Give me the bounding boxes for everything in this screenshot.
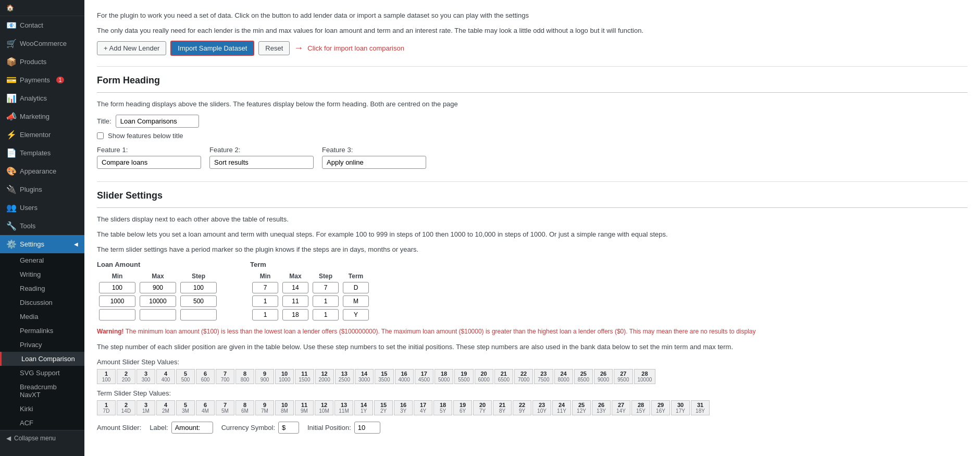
sidebar-item-plugins[interactable]: 🔌 Plugins: [0, 180, 84, 199]
slider-grid-container: Loan Amount Min Max Step: [97, 261, 967, 322]
sidebar-item-templates[interactable]: 📄 Templates: [0, 144, 84, 162]
term-steps-label: Term Slider Step Values:: [97, 389, 967, 397]
la-min-1[interactable]: [99, 282, 135, 293]
feature2-input[interactable]: [209, 156, 314, 169]
term-step-cell: 119M: [295, 400, 314, 415]
la-step-3[interactable]: [180, 309, 217, 321]
reset-button[interactable]: Reset: [258, 41, 290, 55]
sidebar-label-users: Users: [20, 204, 38, 212]
la-step-2[interactable]: [180, 295, 217, 307]
term-step-cell: 31M: [137, 400, 155, 415]
sidebar-item-settings[interactable]: ⚙️ Settings ◀: [0, 235, 84, 253]
term-step-cell: 2613Y: [592, 400, 611, 415]
slider-groups-header: Loan Amount Min Max Step: [97, 261, 967, 322]
t-min-1[interactable]: [252, 282, 278, 293]
feature1-input[interactable]: [97, 156, 201, 169]
sidebar-item-contact[interactable]: 📧 Contact: [0, 16, 84, 34]
feature3-input[interactable]: [322, 156, 426, 169]
wordpress-icon: 🏠: [6, 4, 14, 11]
term-step-cell: 229Y: [513, 400, 531, 415]
sidebar-item-analytics[interactable]: 📊 Analytics: [0, 89, 84, 107]
t-max-1[interactable]: [282, 282, 308, 293]
t-step-3[interactable]: [313, 309, 339, 321]
title-label: Title:: [97, 117, 111, 125]
collapse-menu-button[interactable]: ◀ Collapse menu: [0, 430, 84, 446]
la-max-2[interactable]: [140, 295, 176, 307]
term-group: Term Min Max Step Term: [250, 261, 371, 322]
sidebar-item-woocommerce[interactable]: 🛒 WooCommerce: [0, 34, 84, 53]
sidebar-label-templates: Templates: [20, 149, 51, 157]
arrow-icon: →: [294, 43, 303, 54]
sidebar-label-appearance: Appearance: [20, 167, 56, 175]
sidebar-label-products: Products: [20, 58, 46, 66]
sidebar-sub-reading[interactable]: Reading: [0, 281, 84, 295]
t-term-1[interactable]: [343, 282, 369, 293]
t-max-3[interactable]: [282, 309, 308, 321]
sidebar-sub-breadcrumb-navxt[interactable]: Breadcrumb NavXT: [0, 380, 84, 402]
feature2-group: Feature 2:: [209, 146, 314, 169]
la-max-1[interactable]: [140, 282, 176, 293]
t-term-3[interactable]: [343, 309, 369, 321]
term-step-cell: 2714Y: [612, 400, 630, 415]
sidebar-item-products[interactable]: 📦 Products: [0, 53, 84, 71]
payments-icon: 💳: [6, 75, 16, 85]
t-max-2[interactable]: [282, 295, 308, 307]
sidebar-item-users[interactable]: 👥 Users: [0, 199, 84, 217]
sidebar-item-elementor[interactable]: ⚡ Elementor: [0, 126, 84, 144]
amount-step-cell: 153500: [375, 369, 393, 384]
t-step-2[interactable]: [313, 295, 339, 307]
la-min-3[interactable]: [99, 309, 135, 321]
t-min-3[interactable]: [252, 309, 278, 321]
amount-step-cell: 4400: [156, 369, 175, 384]
sidebar-sub-permalinks[interactable]: Permalinks: [0, 324, 84, 338]
sidebar-sub-discussion[interactable]: Discussion: [0, 295, 84, 310]
term-step-cell: 108M: [275, 400, 294, 415]
sidebar-sub-media[interactable]: Media: [0, 310, 84, 324]
sidebar-item-appearance[interactable]: 🎨 Appearance: [0, 162, 84, 180]
sidebar-item-marketing[interactable]: 📣 Marketing: [0, 107, 84, 126]
sidebar-sub-loan-comparison[interactable]: Loan Comparison: [0, 352, 84, 366]
show-features-label: Show features below title: [108, 132, 183, 140]
term-step-cell: 2916Y: [651, 400, 670, 415]
table-row: [250, 294, 371, 308]
import-sample-button[interactable]: Import Sample Dataset: [170, 41, 254, 56]
sidebar-item-payments[interactable]: 💳 Payments 1: [0, 71, 84, 89]
term-step-cell: 214D: [117, 400, 135, 415]
amount-step-cell: 227000: [514, 369, 533, 384]
amount-step-cell: 2200: [117, 369, 135, 384]
amount-step-cell: 206000: [475, 369, 493, 384]
sidebar-item-tools[interactable]: 🔧 Tools: [0, 217, 84, 235]
add-lender-button[interactable]: + Add New Lender: [97, 41, 166, 55]
la-step-1[interactable]: [180, 282, 217, 293]
initial-position-input[interactable]: [354, 422, 380, 434]
sidebar-sub-writing[interactable]: Writing: [0, 267, 84, 281]
form-heading-description: The form heading displays above the slid…: [97, 99, 967, 110]
feature1-group: Feature 1:: [97, 146, 201, 169]
term-col-step: Step: [311, 272, 341, 281]
sidebar-sub-kirki[interactable]: Kirki: [0, 402, 84, 416]
initial-position-label: Initial Position:: [307, 424, 351, 432]
t-step-1[interactable]: [313, 282, 339, 293]
label-input[interactable]: [171, 422, 213, 434]
import-note: Click for import loan comparison: [307, 44, 404, 52]
t-min-2[interactable]: [252, 295, 278, 307]
term-step-cell: 64M: [196, 400, 215, 415]
amount-steps-grid: 1100220033004400550066007700880099001010…: [97, 369, 967, 384]
woocommerce-icon: 🛒: [6, 39, 16, 48]
sidebar-sub-svg-support[interactable]: SVG Support: [0, 366, 84, 380]
sidebar-sub-privacy[interactable]: Privacy: [0, 338, 84, 352]
la-min-2[interactable]: [99, 295, 135, 307]
show-features-checkbox[interactable]: [97, 132, 104, 139]
sidebar-sub-acf[interactable]: ACF: [0, 416, 84, 430]
term-step-cell: 2512Y: [572, 400, 591, 415]
currency-input[interactable]: [278, 422, 299, 434]
sidebar-sub-general[interactable]: General: [0, 253, 84, 267]
term-col-max: Max: [280, 272, 311, 281]
la-max-3[interactable]: [140, 309, 176, 321]
sidebar-label-settings: Settings: [20, 240, 44, 248]
t-term-2[interactable]: [343, 295, 369, 307]
term-table: Min Max Step Term: [250, 272, 371, 322]
sidebar-label-tools: Tools: [20, 222, 35, 230]
tools-icon: 🔧: [6, 221, 16, 231]
title-input[interactable]: [116, 115, 199, 128]
